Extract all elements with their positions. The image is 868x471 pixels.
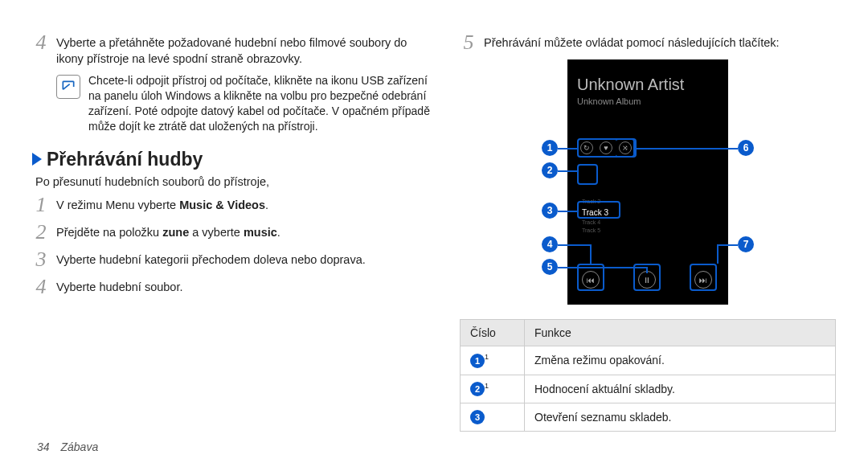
txt: V režimu Menu vyberte [56,199,179,211]
chevron-right-icon [32,153,42,166]
table-header-row: Číslo Funkce [461,320,836,346]
step-text: Přehrávání můžete ovládat pomocí následu… [484,32,780,53]
step-number: 5 [460,32,477,53]
table-row: 21 Hodnocení aktuální skladby. [461,375,836,403]
step-number: 4 [32,32,50,67]
callout-5: 5 [542,259,558,275]
callout-1: 1 [542,140,558,156]
step-text: Přejděte na položku zune a vyberte music… [56,222,280,243]
step-text: Vyberte a přetáhněte požadované hudební … [56,32,434,67]
txt-bold: Music & Videos [179,199,265,211]
footnote-ref: 1 [485,382,489,390]
cell-num: 3 [461,403,525,432]
badge-3: 3 [470,410,485,424]
note-text: Chcete-li odpojit přístroj od počítače, … [88,73,434,134]
badge-1: 1 [470,354,485,368]
cell-num: 11 [461,346,525,375]
step-text: Vyberte hudební soubor. [56,276,182,297]
note-icon [56,75,80,99]
step-number: 2 [32,222,50,243]
lead-line [558,170,577,172]
lead-line [635,148,738,149]
section-name: Zábava [60,440,98,453]
step-5: 5 Přehrávání můžete ovládat pomocí násle… [460,32,836,53]
callout-2: 2 [542,162,558,178]
page-footer: 34 Zábava [37,440,98,453]
highlight-box [690,264,717,291]
callout-6: 6 [738,140,754,156]
txt: a vyberte [189,226,244,239]
section-title: Přehrávání hudby [47,149,203,170]
callout-4: 4 [542,236,558,252]
cell-num: 21 [461,375,525,403]
page-number: 34 [37,440,50,453]
function-table: Číslo Funkce 11 Změna režimu opakování. … [460,319,836,432]
note-box: Chcete-li odpojit přístroj od počítače, … [56,73,434,134]
lead-line [646,267,648,273]
step-number: 4 [32,276,50,297]
step-4b: 4 Vyberte hudební soubor. [32,276,434,297]
cell-func: Otevření seznamu skladeb. [525,403,836,432]
cell-func: Změna režimu opakování. [525,346,836,375]
highlight-box [616,138,637,158]
txt: . [265,199,268,211]
phone-illustration: Unknown Artist Unknown Album ↻ ♥ ⤨ Track… [503,59,792,305]
table-row: 11 Změna režimu opakování. [461,346,836,375]
lead-line [558,211,577,212]
track-next: Track 4 [582,219,608,227]
callout-3: 3 [542,203,558,219]
badge-2: 2 [470,382,485,396]
txt-bold: zune [162,226,189,239]
lead-line [558,244,592,246]
step-number: 3 [32,249,50,270]
table-row: 3 Otevření seznamu skladeb. [461,403,836,432]
step-text: Vyberte hudební kategorii přechodem dole… [56,249,366,270]
highlight-box [577,201,620,219]
txt: Přejděte na položku [56,226,162,239]
txt-bold: music [244,226,277,239]
callout-7: 7 [738,236,754,252]
lead-line [717,244,738,246]
step-3: 3 Vyberte hudební kategorii přechodem do… [32,249,434,270]
step-number: 1 [32,195,50,215]
txt: . [277,226,280,239]
lead-line [717,244,719,264]
track-next2: Track 5 [582,227,608,236]
step-text: V režimu Menu vyberte Music & Videos. [56,195,268,215]
intro-text: Po přesunutí hudebních souborů do přístr… [35,175,434,188]
th-function: Funkce [525,320,836,346]
section-header: Přehrávání hudby [32,149,434,170]
step-2: 2 Přejděte na položku zune a vyberte mus… [32,222,434,243]
lead-line [590,244,592,264]
lead-line [558,267,648,268]
artist-label: Unknown Artist [577,76,684,94]
album-label: Unknown Album [577,96,641,106]
highlight-box [577,164,598,185]
step-1: 1 V režimu Menu vyberte Music & Videos. [32,195,434,215]
step-4: 4 Vyberte a přetáhněte požadované hudebn… [32,32,434,67]
th-number: Číslo [461,320,525,346]
footnote-ref: 1 [485,353,489,361]
lead-line [558,148,577,149]
cell-func: Hodnocení aktuální skladby. [525,375,836,403]
